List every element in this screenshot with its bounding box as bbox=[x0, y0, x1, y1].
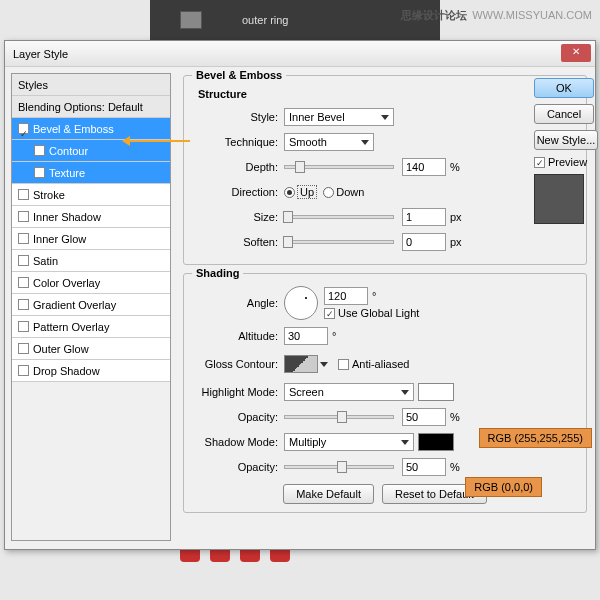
sidebar-item-stroke[interactable]: Stroke bbox=[12, 184, 170, 206]
annotation-arrow bbox=[130, 140, 190, 142]
sidebar-item-texture[interactable]: Texture bbox=[12, 162, 170, 184]
sidebar-item-color-overlay[interactable]: Color Overlay bbox=[12, 272, 170, 294]
sidebar-item-drop-shadow[interactable]: Drop Shadow bbox=[12, 360, 170, 382]
sopacity-input[interactable]: 50 bbox=[402, 458, 446, 476]
highlight-mode-select[interactable]: Screen bbox=[284, 383, 414, 401]
sidebar-item-gradient-overlay[interactable]: Gradient Overlay bbox=[12, 294, 170, 316]
angle-label: Angle: bbox=[192, 297, 284, 309]
titlebar[interactable]: Layer Style ✕ bbox=[5, 41, 595, 67]
cancel-button[interactable]: Cancel bbox=[534, 104, 594, 124]
structure-heading: Structure bbox=[198, 88, 578, 100]
checkbox-icon[interactable] bbox=[18, 255, 29, 266]
chevron-down-icon bbox=[361, 140, 369, 145]
hopacity-label: Opacity: bbox=[192, 411, 284, 423]
sidebar-item-blending[interactable]: Blending Options: Default bbox=[12, 96, 170, 118]
checkbox-icon[interactable] bbox=[34, 145, 45, 156]
group-title: Bevel & Emboss bbox=[192, 69, 286, 81]
chevron-down-icon[interactable] bbox=[320, 362, 328, 367]
depth-label: Depth: bbox=[192, 161, 284, 173]
gloss-contour-swatch[interactable] bbox=[284, 355, 318, 373]
main-panel: Bevel & Emboss Structure Style:Inner Bev… bbox=[171, 67, 595, 547]
shadow-label: Shadow Mode: bbox=[192, 436, 284, 448]
shadow-rgb-tag: RGB (0,0,0) bbox=[465, 477, 542, 497]
checkbox-icon[interactable] bbox=[18, 233, 29, 244]
chevron-down-icon bbox=[401, 440, 409, 445]
depth-input[interactable]: 140 bbox=[402, 158, 446, 176]
sidebar-item-styles[interactable]: Styles bbox=[12, 74, 170, 96]
size-slider[interactable] bbox=[284, 215, 394, 219]
dialog-title: Layer Style bbox=[13, 48, 68, 60]
checkbox-icon[interactable] bbox=[18, 321, 29, 332]
sidebar-item-bevel[interactable]: Bevel & Emboss bbox=[12, 118, 170, 140]
sidebar-item-inner-glow[interactable]: Inner Glow bbox=[12, 228, 170, 250]
sopacity-slider[interactable] bbox=[284, 465, 394, 469]
styles-sidebar: Styles Blending Options: Default Bevel &… bbox=[11, 73, 171, 541]
radio-down[interactable] bbox=[323, 187, 334, 198]
preview-checkbox[interactable] bbox=[534, 157, 545, 168]
shadow-color[interactable] bbox=[418, 433, 454, 451]
checkbox-icon[interactable] bbox=[18, 189, 29, 200]
layer-name: outer ring bbox=[242, 14, 288, 26]
altitude-input[interactable]: 30 bbox=[284, 327, 328, 345]
angle-picker[interactable] bbox=[284, 286, 318, 320]
layer-thumbnail bbox=[180, 11, 202, 29]
highlight-rgb-tag: RGB (255,255,255) bbox=[479, 428, 592, 448]
checkbox-icon[interactable] bbox=[18, 343, 29, 354]
soften-input[interactable]: 0 bbox=[402, 233, 446, 251]
shading-title: Shading bbox=[192, 267, 243, 279]
size-input[interactable]: 1 bbox=[402, 208, 446, 226]
depth-slider[interactable] bbox=[284, 165, 394, 169]
sidebar-item-satin[interactable]: Satin bbox=[12, 250, 170, 272]
sidebar-item-outer-glow[interactable]: Outer Glow bbox=[12, 338, 170, 360]
altitude-label: Altitude: bbox=[192, 330, 284, 342]
soften-slider[interactable] bbox=[284, 240, 394, 244]
watermark: 思缘设计论坛 WWW.MISSYUAN.COM bbox=[401, 8, 592, 23]
style-select[interactable]: Inner Bevel bbox=[284, 108, 394, 126]
make-default-button[interactable]: Make Default bbox=[283, 484, 374, 504]
close-button[interactable]: ✕ bbox=[561, 44, 591, 62]
checkbox-icon[interactable] bbox=[18, 299, 29, 310]
sidebar-item-contour[interactable]: Contour bbox=[12, 140, 170, 162]
chevron-down-icon bbox=[381, 115, 389, 120]
gloss-label: Gloss Contour: bbox=[192, 358, 284, 370]
soften-label: Soften: bbox=[192, 236, 284, 248]
checkbox-icon[interactable] bbox=[18, 211, 29, 222]
hopacity-input[interactable]: 50 bbox=[402, 408, 446, 426]
technique-label: Technique: bbox=[192, 136, 284, 148]
style-label: Style: bbox=[192, 111, 284, 123]
technique-select[interactable]: Smooth bbox=[284, 133, 374, 151]
checkbox-icon[interactable] bbox=[18, 123, 29, 134]
right-buttons: OK Cancel New Style... Preview bbox=[534, 78, 594, 224]
hopacity-slider[interactable] bbox=[284, 415, 394, 419]
direction-label: Direction: bbox=[192, 186, 284, 198]
bg-layer-panel: outer ring bbox=[150, 0, 440, 40]
shadow-mode-select[interactable]: Multiply bbox=[284, 433, 414, 451]
sidebar-item-pattern-overlay[interactable]: Pattern Overlay bbox=[12, 316, 170, 338]
sopacity-label: Opacity: bbox=[192, 461, 284, 473]
highlight-color[interactable] bbox=[418, 383, 454, 401]
preview-swatch bbox=[534, 174, 584, 224]
bevel-group: Bevel & Emboss Structure Style:Inner Bev… bbox=[183, 75, 587, 265]
checkbox-icon[interactable] bbox=[18, 365, 29, 376]
highlight-label: Highlight Mode: bbox=[192, 386, 284, 398]
chevron-down-icon bbox=[401, 390, 409, 395]
sidebar-item-inner-shadow[interactable]: Inner Shadow bbox=[12, 206, 170, 228]
ok-button[interactable]: OK bbox=[534, 78, 594, 98]
global-light-checkbox[interactable] bbox=[324, 308, 335, 319]
antialiased-checkbox[interactable] bbox=[338, 359, 349, 370]
radio-up[interactable] bbox=[284, 187, 295, 198]
angle-input[interactable]: 120 bbox=[324, 287, 368, 305]
new-style-button[interactable]: New Style... bbox=[534, 130, 598, 150]
layer-style-dialog: Layer Style ✕ Styles Blending Options: D… bbox=[4, 40, 596, 550]
checkbox-icon[interactable] bbox=[34, 167, 45, 178]
checkbox-icon[interactable] bbox=[18, 277, 29, 288]
size-label: Size: bbox=[192, 211, 284, 223]
